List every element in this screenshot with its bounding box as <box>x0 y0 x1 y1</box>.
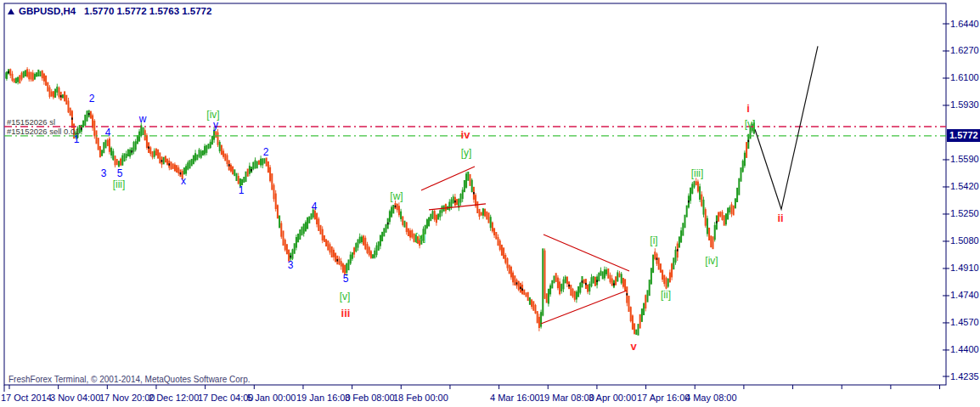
wave-label-2-blue[interactable]: 2 <box>263 147 269 157</box>
wave-label-i-red[interactable]: i <box>746 104 750 114</box>
price-tick-label: 1.4235 <box>950 371 979 382</box>
wave-label-iii-green[interactable]: [iii] <box>691 168 704 178</box>
time-tick-label: 3 Feb 08:00 <box>345 393 395 403</box>
chart-title: GBPUSD,H41.5770 1.5772 1.5763 1.5772 <box>19 6 211 16</box>
terminal-copyright: FreshForex Terminal, © 2001-2014, MetaQu… <box>8 375 251 384</box>
time-tick-label: 4 Mar 16:00 <box>490 393 540 403</box>
wave-label-1-blue[interactable]: 1 <box>74 134 80 144</box>
time-tick-label: 17 Apr 16:00 <box>637 393 690 403</box>
trendline-triangle-lower[interactable] <box>541 291 627 324</box>
price-tick-label: 1.6100 <box>950 72 979 82</box>
wave-label-3-blue[interactable]: 3 <box>101 168 107 178</box>
price-tick-label: 1.5080 <box>950 235 979 246</box>
wave-label-y-blue[interactable]: y <box>213 120 218 130</box>
time-tick-label: 17 Nov 20:00 <box>99 393 155 403</box>
mt4-chart-window[interactable]: GBPUSD,H41.5770 1.5772 1.5763 1.5772 #15… <box>0 0 980 407</box>
time-tick-label: 17 Oct 2014 <box>1 393 52 403</box>
price-tick-label: 1.4740 <box>950 290 979 300</box>
candlestick-series <box>3 67 755 336</box>
wave-label-x-blue[interactable]: x <box>181 176 186 186</box>
order-sl-label[interactable]: #15152026 sl <box>7 117 55 127</box>
wave-label-1-blue[interactable]: 1 <box>239 185 245 195</box>
chart-canvas[interactable] <box>0 0 980 407</box>
price-tick-label: 1.4400 <box>950 344 979 354</box>
wave-label-v-green[interactable]: [v] <box>340 291 351 302</box>
time-tick-label: 3 Nov 04:00 <box>50 393 100 403</box>
symbol-period-label: GBPUSD,H4 <box>19 6 76 16</box>
price-tick-label: 1.5250 <box>950 208 979 218</box>
trendline-triangle-upper[interactable] <box>544 235 629 271</box>
wave-label-ii-green[interactable]: [ii] <box>661 290 671 300</box>
collapse-triangle-icon[interactable] <box>8 8 14 14</box>
wave-label-v-green[interactable]: [v] <box>745 119 756 129</box>
wave-label-w-green[interactable]: [w] <box>390 191 403 201</box>
price-tick-label: 1.6270 <box>950 45 979 55</box>
price-tick-label: 1.5420 <box>950 181 979 191</box>
wave-label-4-blue[interactable]: 4 <box>105 127 111 138</box>
price-tick-label: 1.6440 <box>950 19 979 29</box>
price-tick-label: 1.4910 <box>950 263 979 273</box>
wave-label-iv-green[interactable]: [iv] <box>705 256 718 266</box>
time-tick-label: 19 Mar 08:00 <box>539 393 594 403</box>
wave-label-y-green[interactable]: [y] <box>461 148 472 158</box>
wave-label-5-blue[interactable]: 5 <box>343 274 349 284</box>
chart-frame <box>4 3 949 392</box>
wave-label-w-blue[interactable]: w <box>139 114 147 124</box>
ohlc-quotes-label: 1.5770 1.5772 1.5763 1.5772 <box>84 6 211 16</box>
projection-zigzag-line[interactable] <box>755 46 818 209</box>
trendlines[interactable] <box>421 167 629 324</box>
wave-label-iv-red[interactable]: iv <box>461 130 470 140</box>
wave-label-i-green[interactable]: [i] <box>650 235 657 246</box>
wave-label-5-blue[interactable]: 5 <box>117 168 123 178</box>
wave-label-iii-green[interactable]: [iii] <box>113 179 126 189</box>
wave-label-iii-red[interactable]: iii <box>341 308 351 319</box>
wave-label-v-red[interactable]: v <box>630 342 636 352</box>
price-tick-label: 1.5930 <box>950 99 979 110</box>
time-tick-label: 4 May 08:00 <box>685 393 737 403</box>
price-tick-label: 1.4570 <box>950 317 979 327</box>
time-tick-label: 18 Feb 00:00 <box>393 393 448 403</box>
wave-label-4-blue[interactable]: 4 <box>312 201 318 212</box>
wave-label-iv-green[interactable]: [iv] <box>206 110 219 120</box>
time-tick-label: 3 Apr 00:00 <box>589 393 636 403</box>
wave-label-2-blue[interactable]: 2 <box>89 93 95 104</box>
time-tick-label: 17 Dec 04:00 <box>198 393 253 403</box>
wave-label-ii-red[interactable]: ii <box>777 213 783 223</box>
order-sell-label[interactable]: #15152026 sell 0.01 <box>7 127 80 136</box>
price-tick-label: 1.5590 <box>950 154 979 164</box>
wave-label-3-blue[interactable]: 3 <box>288 260 294 270</box>
time-tick-label: 5 Jan 00:00 <box>247 393 296 403</box>
current-price-box: 1.5772 <box>947 129 980 142</box>
wave-label-x-green[interactable]: [x] <box>415 232 426 242</box>
time-tick-label: 2 Dec 12:00 <box>149 393 199 403</box>
time-tick-label: 19 Jan 16:00 <box>296 393 351 403</box>
